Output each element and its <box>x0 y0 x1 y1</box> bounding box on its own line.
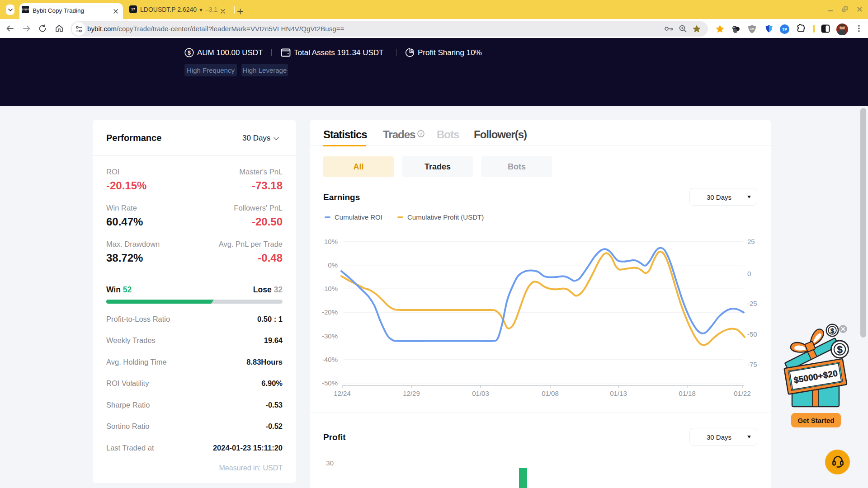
svg-text:0%: 0% <box>328 261 338 269</box>
svg-text:uO: uO <box>750 27 755 31</box>
svg-text:12/24: 12/24 <box>334 389 351 397</box>
svg-text:-50: -50 <box>747 330 757 338</box>
svg-text:-75: -75 <box>747 361 757 368</box>
svg-text:25: 25 <box>747 238 755 245</box>
svg-text:01/18: 01/18 <box>679 389 696 397</box>
svg-text:01/03: 01/03 <box>472 389 489 397</box>
svg-text:?: ? <box>420 131 422 136</box>
svg-text:01/13: 01/13 <box>610 389 627 397</box>
svg-text:12/29: 12/29 <box>403 389 420 397</box>
svg-text:TP: TP <box>782 27 787 32</box>
svg-text:-40%: -40% <box>322 356 338 363</box>
svg-text:0: 0 <box>747 270 751 277</box>
svg-text:$: $ <box>830 327 835 334</box>
svg-text:-30%: -30% <box>322 332 338 340</box>
svg-text:10%: 10% <box>324 238 338 245</box>
svg-text:01/22: 01/22 <box>734 389 751 397</box>
svg-text:-20%: -20% <box>322 308 338 316</box>
svg-text:-25: -25 <box>747 300 757 307</box>
svg-text:01/08: 01/08 <box>542 389 559 397</box>
svg-text:-10%: -10% <box>322 285 338 292</box>
svg-text:-50%: -50% <box>322 379 338 387</box>
svg-text:$: $ <box>188 50 191 56</box>
svg-text:$: $ <box>837 344 842 355</box>
